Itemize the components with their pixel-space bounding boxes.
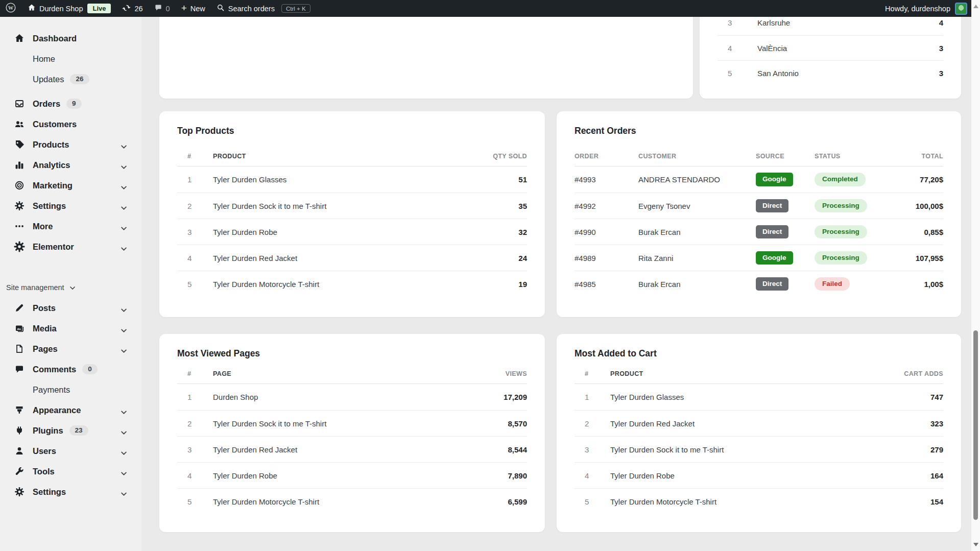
header-qty-sold: QTY SOLD bbox=[461, 153, 527, 160]
sidebar-item-label: Home bbox=[33, 54, 55, 64]
order-row[interactable]: #4985 Burak Ercan Direct Failed 1,00$ bbox=[575, 271, 943, 297]
sidebar-item-label: Payments bbox=[33, 385, 70, 395]
cart-adds-value: 323 bbox=[877, 419, 943, 428]
vertical-scrollbar[interactable] bbox=[971, 0, 980, 551]
inbox-icon bbox=[14, 99, 25, 109]
chevron-down-icon bbox=[69, 283, 76, 292]
header-order: ORDER bbox=[575, 153, 638, 160]
site-management-toggle[interactable]: Site management bbox=[0, 277, 141, 298]
sidebar-item-elementor[interactable]: Elementor bbox=[0, 236, 141, 257]
sidebar-item-orders[interactable]: Orders 9 bbox=[0, 93, 141, 114]
table-row: 3 Tyler Durden Robe 32 bbox=[177, 219, 527, 245]
wordpress-logo-icon: W bbox=[5, 2, 16, 15]
comment-bubble-icon bbox=[14, 364, 25, 374]
header-source: SOURCE bbox=[756, 153, 815, 160]
admin-bar: W Durden Shop Live 26 0 + New bbox=[0, 0, 971, 17]
header-product: PRODUCT bbox=[213, 153, 461, 160]
order-row[interactable]: #4992 Evgeny Tsonev Direct Processing 10… bbox=[575, 193, 943, 219]
order-row[interactable]: #4990 Burak Ercan Direct Processing 0,85… bbox=[575, 219, 943, 245]
sidebar-item-dashboard[interactable]: Dashboard bbox=[0, 28, 141, 49]
scrollbar-down-arrow[interactable] bbox=[973, 543, 978, 546]
sidebar-item-settings[interactable]: Settings bbox=[0, 196, 141, 216]
scrollbar-up-arrow[interactable] bbox=[973, 5, 978, 8]
top-cities-table: 3 Karlsruhe 4 4 ValÈncia 3 5 San Antonio… bbox=[718, 10, 943, 85]
status-badge: Processing bbox=[815, 251, 867, 265]
customer-name: Evgeny Tsonev bbox=[638, 202, 756, 210]
sidebar-item-users[interactable]: Users bbox=[0, 441, 141, 461]
chevron-down-icon bbox=[121, 203, 127, 212]
most-viewed-pages-card: Most Viewed Pages # PAGE VIEWS 1 Durden … bbox=[159, 334, 545, 532]
qty-sold-value: 24 bbox=[461, 254, 527, 262]
new-content-menu[interactable]: + New bbox=[176, 0, 211, 17]
row-rank: 3 bbox=[718, 18, 757, 27]
row-rank: 2 bbox=[575, 419, 610, 428]
cart-adds-value: 164 bbox=[877, 471, 943, 480]
product-name: Tyler Durden Sock it to me T-shirt bbox=[610, 445, 877, 454]
sidebar-item-comments[interactable]: Comments 0 bbox=[0, 359, 141, 379]
chevron-down-icon bbox=[121, 223, 127, 233]
comments-count-badge: 0 bbox=[82, 364, 98, 374]
most-added-table: # PRODUCT CART ADDS 1 Tyler Durden Glass… bbox=[575, 364, 943, 514]
row-rank: 3 bbox=[575, 445, 610, 454]
header-views: VIEWS bbox=[461, 370, 527, 377]
tag-icon bbox=[14, 139, 25, 150]
search-orders[interactable]: Search orders Ctrl + K bbox=[211, 0, 316, 17]
header-rank: # bbox=[177, 370, 213, 377]
customer-name: Burak Ercan bbox=[638, 280, 756, 289]
header-rank: # bbox=[575, 370, 610, 377]
table-row: 4 Tyler Durden Robe 7,890 bbox=[177, 462, 527, 488]
sidebar-item-posts[interactable]: Posts bbox=[0, 298, 141, 318]
sidebar-item-updates[interactable]: Updates 26 bbox=[0, 69, 141, 89]
sidebar-item-appearance[interactable]: Appearance bbox=[0, 400, 141, 420]
top-products-card: Top Products # PRODUCT QTY SOLD 1 Tyler … bbox=[159, 111, 545, 317]
table-row: 2 Tyler Durden Sock it to me T-shirt 35 bbox=[177, 193, 527, 219]
search-icon bbox=[217, 4, 225, 13]
table-header-row: ORDER CUSTOMER SOURCE STATUS TOTAL bbox=[575, 146, 943, 166]
sidebar-item-payments[interactable]: Payments bbox=[0, 379, 141, 400]
wordpress-menu[interactable]: W bbox=[0, 0, 22, 17]
cart-adds-value: 279 bbox=[877, 445, 943, 454]
product-name: Tyler Durden Glasses bbox=[213, 175, 461, 184]
updates-menu[interactable]: 26 bbox=[116, 0, 148, 17]
sidebar-item-tools[interactable]: Tools bbox=[0, 461, 141, 482]
site-name-link[interactable]: Durden Shop Live bbox=[22, 0, 116, 17]
row-rank: 1 bbox=[177, 393, 213, 401]
page-name: Tyler Durden Motorcycle T-shirt bbox=[213, 497, 461, 506]
order-row[interactable]: #4989 Rita Zanni Google Processing 107,9… bbox=[575, 245, 943, 271]
sidebar-item-label: More bbox=[33, 222, 53, 231]
sidebar-item-settings-bottom[interactable]: Settings bbox=[0, 482, 141, 502]
sidebar-item-marketing[interactable]: Marketing bbox=[0, 175, 141, 196]
sidebar-item-pages[interactable]: Pages bbox=[0, 339, 141, 359]
new-label: New bbox=[190, 5, 205, 13]
chevron-down-icon bbox=[121, 489, 127, 498]
sidebar-item-media[interactable]: Media bbox=[0, 318, 141, 339]
media-icon bbox=[14, 323, 25, 333]
wordpress-admin-page: W Durden Shop Live 26 0 + New bbox=[0, 0, 980, 551]
chevron-down-icon bbox=[121, 141, 127, 151]
qty-sold-value: 19 bbox=[461, 280, 527, 289]
live-badge[interactable]: Live bbox=[87, 4, 111, 13]
header-total: TOTAL bbox=[886, 153, 943, 160]
sidebar-item-label: Tools bbox=[33, 467, 55, 476]
product-name: Tyler Durden Red Jacket bbox=[610, 419, 877, 428]
row-rank: 4 bbox=[177, 471, 213, 480]
table-header-row: # PRODUCT QTY SOLD bbox=[177, 146, 527, 166]
user-avatar[interactable] bbox=[955, 3, 967, 15]
howdy-account-link[interactable]: Howdy, durdenshop bbox=[885, 5, 950, 13]
scrollbar-thumb[interactable] bbox=[973, 330, 978, 520]
sidebar-item-home[interactable]: Home bbox=[0, 49, 141, 69]
sidebar-item-products[interactable]: Products bbox=[0, 134, 141, 155]
sidebar-item-analytics[interactable]: Analytics bbox=[0, 155, 141, 175]
sidebar-item-more[interactable]: More bbox=[0, 216, 141, 236]
chevron-down-icon bbox=[121, 407, 127, 417]
sidebar-item-label: Analytics bbox=[33, 160, 70, 170]
order-row[interactable]: #4993 ANDREA STENDARDO Google Completed … bbox=[575, 166, 943, 193]
product-name: Tyler Durden Robe bbox=[610, 471, 877, 480]
bullseye-icon bbox=[14, 180, 25, 190]
comments-count: 0 bbox=[166, 5, 170, 13]
comments-menu[interactable]: 0 bbox=[149, 0, 176, 17]
sidebar-item-label: Updates bbox=[33, 75, 64, 84]
sidebar-item-plugins[interactable]: Plugins 23 bbox=[0, 420, 141, 441]
sidebar-item-customers[interactable]: Customers bbox=[0, 114, 141, 134]
plug-icon bbox=[14, 425, 25, 436]
